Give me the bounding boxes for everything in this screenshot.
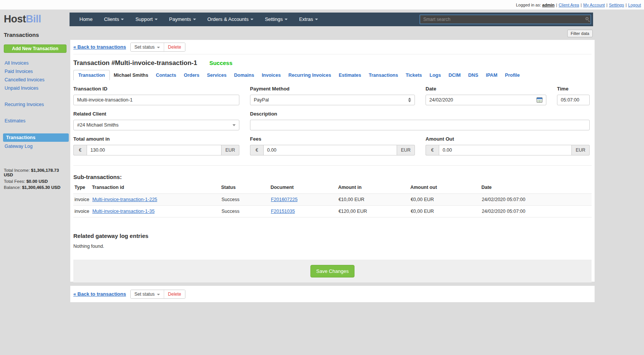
user-link-my-account[interactable]: My Account [583, 3, 605, 7]
amount-out-group: € EUR [426, 145, 590, 155]
user-link-client-area[interactable]: Client Area [559, 3, 579, 7]
tab-tickets[interactable]: Tickets [402, 70, 426, 80]
save-changes-button[interactable]: Save Changes [310, 265, 354, 277]
tab-transaction[interactable]: Transaction [73, 70, 110, 80]
user-link-logout[interactable]: Logout [628, 3, 641, 7]
search-icon[interactable] [585, 17, 589, 20]
sub-transaction-link[interactable]: Multi-invoice-transaction-1-225 [92, 197, 157, 202]
chevron-down-icon [155, 19, 158, 20]
tab-dns[interactable]: DNS [464, 70, 482, 80]
date-field-group: Date 24/02/2020 [426, 86, 546, 105]
delete-button-bottom[interactable]: Delete [164, 290, 185, 298]
fees-field-group: Fees € EUR [250, 136, 415, 155]
cell-type: invoice [73, 206, 91, 217]
nav-item-orders-accounts[interactable]: Orders & Accounts [202, 13, 259, 26]
cell-document: F20151035 [269, 206, 337, 217]
sidebar-item-transactions-active[interactable]: Transactions [3, 133, 69, 142]
sidebar-item-gateway-log[interactable]: Gateway Log [4, 142, 66, 151]
sidebar-item-recurring-invoices[interactable]: Recurring Invoices [4, 100, 66, 109]
related-client-label: Related Client [73, 111, 239, 117]
filter-data-button[interactable]: Filter data [567, 30, 593, 37]
status-badge: Success [220, 206, 269, 217]
back-to-transactions-link-bottom[interactable]: « Back to transactions [73, 291, 126, 297]
form-row-1: Transaction ID Payment Method PayPal Dat… [73, 86, 592, 105]
document-link[interactable]: F20151035 [271, 209, 295, 214]
sidebar-item-all-invoices[interactable]: All Invoices [4, 59, 66, 67]
sidebar-item-cancelled-invoices[interactable]: Cancelled Invoices [4, 76, 66, 84]
add-new-transaction-button[interactable]: Add New Transaction [4, 44, 66, 53]
sidebar-item-estimates[interactable]: Estimates [4, 117, 66, 125]
tab-michael-smiths[interactable]: Michael Smiths [110, 70, 152, 80]
status-badge: Success [220, 194, 269, 206]
tab-invoices[interactable]: Invoices [258, 70, 285, 80]
tab-services[interactable]: Services [203, 70, 230, 80]
col-amount-in: Amount in [337, 183, 409, 194]
separator: | [625, 3, 627, 7]
smart-search [419, 14, 591, 24]
total-amount-in-input[interactable] [87, 145, 222, 155]
tab-dcim[interactable]: DCIM [445, 70, 464, 80]
balance-label: Balance: [4, 185, 21, 190]
nav-item-clients[interactable]: Clients [98, 13, 130, 26]
sub-transaction-link[interactable]: Multi-invoice-transaction-1-35 [92, 209, 155, 214]
set-status-label: Set status [134, 44, 155, 50]
fees-input[interactable] [263, 145, 397, 155]
user-link-admin[interactable]: admin [542, 3, 554, 7]
tab-recurring-invoices[interactable]: Recurring Invoices [285, 70, 335, 80]
nav-item-home[interactable]: Home [74, 13, 98, 26]
tab-estimates[interactable]: Estimates [335, 70, 365, 80]
bottom-toolbar: « Back to transactions Set status Delete [73, 287, 185, 301]
date-input[interactable]: 24/02/2020 [426, 95, 546, 105]
set-status-button-bottom[interactable]: Set status [131, 290, 164, 298]
cell-amount-out: €0,00 EUR [409, 194, 480, 206]
nav-item-payments[interactable]: Payments [163, 13, 202, 26]
logo-part-bill: Bill [26, 13, 41, 25]
sidebar-item-paid-invoices[interactable]: Paid Invoices [4, 67, 66, 76]
sub-transactions-table: Type Transaction id Status Document Amou… [73, 183, 592, 217]
cell-amount-in: €10,00 EUR [337, 194, 409, 206]
amount-out-input[interactable] [439, 145, 572, 155]
description-input[interactable] [250, 120, 590, 130]
transaction-id-label: Transaction ID [73, 86, 239, 92]
hostbill-logo[interactable]: HostBill [4, 13, 66, 25]
chevron-down-icon [193, 19, 196, 20]
tab-contacts[interactable]: Contacts [152, 70, 180, 80]
chevron-down-icon [157, 294, 160, 295]
chevron-down-icon [315, 19, 318, 20]
tab-profile[interactable]: Profile [501, 70, 524, 80]
save-panel: Save Changes [73, 260, 592, 282]
tab-orders[interactable]: Orders [180, 70, 203, 80]
document-link[interactable]: F201607225 [271, 197, 297, 202]
payment-method-value: PayPal [254, 97, 269, 103]
nav-item-extras[interactable]: Extras [293, 13, 324, 26]
nav-item-settings[interactable]: Settings [259, 13, 293, 26]
nav-item-extras-label: Extras [299, 16, 313, 22]
cell-amount-out: €0,00 EUR [409, 206, 480, 217]
status-actions-group-bottom: Set status Delete [130, 290, 185, 299]
time-field-group: Time [557, 86, 590, 105]
form-row-2: Related Client #24 Michael Smiths Descri… [73, 111, 592, 130]
tab-domains[interactable]: Domains [230, 70, 258, 80]
calendar-icon[interactable] [536, 97, 543, 103]
payment-method-select[interactable]: PayPal [250, 95, 415, 105]
transaction-status-badge: Success [209, 60, 233, 66]
tab-ipam[interactable]: IPAM [482, 70, 501, 80]
sidebar-totals: Total Income: $1,306,178.73 USD Total Fe… [4, 168, 66, 190]
time-input[interactable] [557, 95, 590, 105]
nav-item-support[interactable]: Support [130, 13, 163, 26]
back-to-transactions-link[interactable]: « Back to transactions [73, 44, 126, 50]
user-link-settings[interactable]: Settings [609, 3, 624, 7]
tab-transactions[interactable]: Transactions [365, 70, 402, 80]
tab-logs[interactable]: Logs [426, 70, 445, 80]
delete-button[interactable]: Delete [164, 43, 185, 51]
transaction-id-input[interactable] [73, 95, 239, 105]
smart-search-input[interactable] [419, 14, 591, 24]
cell-date: 24/02/2020 05:07:00 [480, 194, 592, 206]
section-divider [73, 165, 592, 166]
total-amount-in-label: Total amount in [73, 136, 239, 142]
related-client-select[interactable]: #24 Michael Smiths [73, 120, 239, 130]
set-status-button[interactable]: Set status [131, 43, 164, 51]
sidebar-item-unpaid-invoices[interactable]: Unpaid Invoices [4, 84, 66, 92]
tab-bar: Transaction Michael Smiths Contacts Orde… [73, 70, 592, 80]
balance-row: Balance: $1,300,465.30 USD [4, 185, 66, 190]
